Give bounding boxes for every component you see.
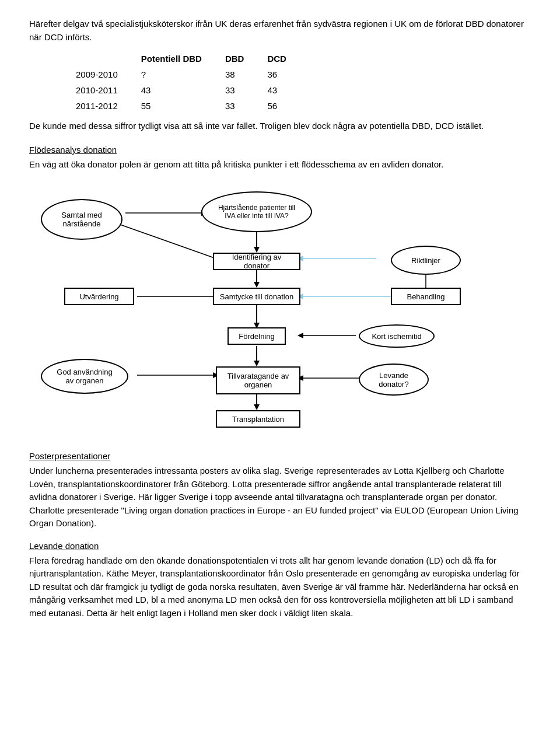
levande-text: Flera föredrag handlade om den ökande do… (29, 554, 531, 620)
behandling-node: Behandling (391, 288, 461, 305)
row-2011-year: 2011-2012 (76, 98, 141, 114)
row-2009-potentiell: ? (141, 67, 225, 82)
row-2011-dcd: 56 (267, 98, 310, 114)
flodes-heading: Flödesanalys donation (29, 145, 531, 155)
tillvara-node: Tillvaratagande av organen (216, 366, 300, 394)
col-dcd-header: DCD (267, 51, 310, 67)
poster-text: Under luncherna presenterades intressant… (29, 464, 531, 530)
svg-marker-22 (298, 333, 303, 338)
utvardering-node: Utvärdering (64, 288, 134, 305)
levande-node: Levande donator? (359, 363, 429, 396)
svg-marker-9 (254, 404, 260, 410)
flow-diagram: Samtal med närstående Hjärtslående patie… (29, 183, 531, 434)
row-2011-potentiell: 55 (141, 98, 225, 114)
samtycke-node: Samtycke till donation (213, 288, 300, 305)
col-potentiell-header: Potentiell DBD (141, 51, 225, 67)
hjart-node: Hjärtslående patienter till IVA eller in… (201, 191, 312, 232)
table-note: De kunde med dessa siffror tydligt visa … (29, 120, 531, 133)
svg-line-10 (114, 222, 216, 258)
row-2011-dbd: 33 (225, 98, 268, 114)
col-dbd-header: DBD (225, 51, 268, 67)
god-node: God användning av organen (41, 359, 128, 394)
row-2009-dcd: 36 (267, 67, 310, 82)
row-2010-dcd: 43 (267, 82, 310, 98)
levande-heading: Levande donation (29, 541, 531, 551)
row-2010-year: 2010-2011 (76, 82, 141, 98)
col-year-header (76, 51, 141, 67)
row-2009-dbd: 38 (225, 67, 268, 82)
svg-marker-3 (254, 282, 260, 288)
row-2010-dbd: 33 (225, 82, 268, 98)
kort-node: Kort ischemitid (359, 324, 435, 348)
poster-heading: Posterpresentationer (29, 451, 531, 461)
row-2010-potentiell: 43 (141, 82, 225, 98)
row-2009-year: 2009-2010 (76, 67, 141, 82)
riktlinjer-node: Riktlinjer (391, 246, 461, 275)
svg-marker-7 (254, 361, 260, 366)
samtal-node: Samtal med närstående (41, 199, 123, 240)
statistics-table: Potentiell DBD DBD DCD 2009-2010 ? 38 36… (76, 51, 531, 114)
flodes-text: En väg att öka donator polen är genom at… (29, 158, 531, 172)
identifiering-node: Identifiering av donator (213, 253, 300, 270)
svg-marker-1 (254, 247, 260, 253)
intro-paragraph: Härefter delgav två specialistjuksköters… (29, 18, 531, 44)
fordelning-node: Fördelning (228, 327, 286, 345)
transplantation-node: Transplantation (216, 410, 300, 428)
